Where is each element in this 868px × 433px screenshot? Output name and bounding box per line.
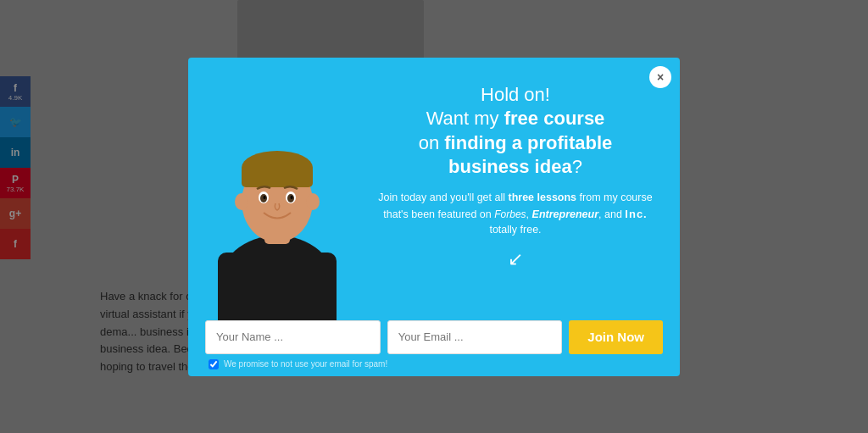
name-input[interactable] [205, 320, 381, 354]
subtitle-prefix: Join today and you'll get all [378, 192, 508, 203]
privacy-checkbox[interactable] [209, 359, 219, 369]
headline-line4: business idea? [375, 155, 656, 180]
svg-point-11 [264, 196, 266, 199]
modal-body: Hold on! Want my free course on finding … [188, 58, 680, 320]
svg-rect-2 [218, 253, 337, 320]
subtitle-entrepreneur: Entrepreneur [532, 208, 599, 220]
svg-rect-6 [242, 166, 313, 187]
headline-line2: Want my free course [375, 107, 656, 131]
form-inputs-row: Join Now [205, 320, 663, 354]
headline-line1: Hold on! [375, 83, 656, 108]
modal-text-content: Hold on! Want my free course on finding … [366, 58, 680, 320]
modal-popup: × [188, 58, 680, 376]
headline-prefix: Want my [426, 108, 504, 129]
modal-close-button[interactable]: × [649, 66, 671, 88]
headline-finding: finding a profitable [444, 132, 612, 153]
svg-point-14 [306, 193, 320, 210]
subtitle-lessons: three lessons [508, 192, 576, 203]
form-privacy-row: We promise to not use your email for spa… [205, 359, 663, 369]
privacy-text: We promise to not use your email for spa… [224, 359, 387, 369]
headline-question: ? [572, 156, 582, 177]
headline-free-course: free course [504, 108, 605, 129]
arrow-down-icon: ↙ [375, 250, 656, 269]
subtitle-end: totally free. [489, 224, 541, 236]
headline-on: on [419, 132, 445, 153]
person-svg [192, 58, 362, 320]
svg-point-13 [235, 193, 248, 210]
email-input[interactable] [387, 320, 563, 354]
subtitle-comma: , [526, 208, 532, 220]
modal-person-photo [188, 58, 366, 320]
headline-business-idea: business idea [448, 156, 572, 177]
svg-point-12 [291, 196, 293, 199]
headline-line3: on finding a profitable [375, 131, 656, 156]
modal-title: Hold on! Want my free course on finding … [375, 83, 656, 180]
modal-form: Join Now We promise to not use your emai… [188, 320, 680, 376]
modal-subtitle: Join today and you'll get all three less… [375, 190, 656, 238]
subtitle-and: , and [598, 208, 625, 220]
subtitle-inc: Inc. [625, 208, 647, 220]
join-now-button[interactable]: Join Now [569, 320, 663, 354]
subtitle-forbes: Forbes [494, 208, 526, 220]
